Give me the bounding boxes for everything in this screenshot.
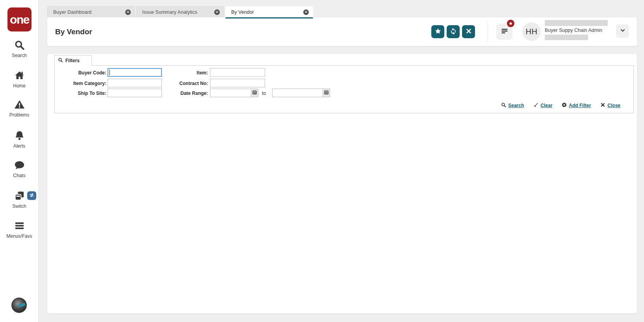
item-category-label: Item Category: (55, 81, 106, 86)
sidebar-item-label: Chats (0, 173, 39, 178)
search-icon (501, 102, 506, 109)
sidebar-item-label: Alerts (0, 143, 39, 149)
user-avatar[interactable]: HH (522, 22, 541, 41)
refresh-button[interactable] (447, 25, 460, 38)
tab-buyer-dashboard[interactable]: Buyer Dashboard ✕ (47, 6, 135, 17)
buyer-code-input[interactable] (108, 68, 162, 77)
chevron-down-icon (620, 28, 625, 35)
sidebar-item-search[interactable]: Search (0, 40, 39, 58)
sidebar-item-chats[interactable]: Chats (0, 160, 39, 178)
redacted-user-detail (545, 35, 588, 40)
header-divider (488, 22, 488, 42)
sidebar-item-alerts[interactable]: Alerts (0, 130, 39, 149)
sidebar-item-label: Menus/Favs (0, 233, 39, 239)
redacted-user-name (545, 20, 608, 26)
bold-x-icon (600, 102, 605, 109)
sidebar-item-menus-favs[interactable]: Menus/Favs (0, 220, 39, 239)
one-network-logo[interactable]: one (7, 7, 32, 31)
user-initials: HH (526, 27, 538, 36)
filters-panel-tab[interactable]: Filters (54, 55, 92, 66)
chat-bubble-icon (14, 165, 25, 172)
switch-windows-icon (14, 196, 25, 202)
close-icon (465, 28, 472, 36)
favorite-button[interactable] (431, 25, 444, 38)
search-icon (58, 57, 63, 64)
date-range-to-group (272, 89, 330, 97)
tab-label: Buyer Dashboard (53, 9, 125, 15)
item-category-input[interactable] (108, 79, 162, 87)
item-input[interactable] (210, 68, 265, 77)
tab-close-icon[interactable]: ✕ (125, 9, 131, 15)
favorites-badge[interactable] (507, 20, 514, 27)
date-range-to-input[interactable] (272, 89, 323, 97)
contract-no-label: Contract No: (157, 81, 208, 86)
calendar-icon (252, 89, 257, 96)
user-info: Buyer Suppy Chain Admin (545, 20, 608, 40)
tab-close-icon[interactable]: ✕ (214, 9, 220, 15)
calendar-picker-button[interactable] (323, 89, 330, 97)
tab-issue-summary-analytics[interactable]: Issue Summary Analytics ✕ (136, 6, 224, 17)
user-menu-button[interactable] (616, 24, 629, 38)
ship-to-site-input[interactable] (108, 89, 162, 97)
text-caret (109, 70, 110, 75)
star-icon (509, 20, 513, 27)
page-title: By Vendor (55, 17, 92, 46)
user-role: Buyer Suppy Chain Admin (545, 28, 608, 33)
menu-lines-icon (501, 27, 509, 37)
open-tabs-bar: Buyer Dashboard ✕ Issue Summary Analytic… (47, 6, 313, 19)
warning-triangle-icon (14, 104, 25, 111)
close-page-button[interactable] (462, 25, 475, 38)
assistant-visor (18, 303, 25, 307)
clear-link-label: Clear (540, 103, 552, 108)
search-icon (14, 45, 25, 52)
search-link-label: Search (508, 103, 524, 108)
switch-swap-badge[interactable] (27, 191, 36, 200)
calendar-icon (324, 89, 329, 96)
calendar-picker-button[interactable] (251, 89, 258, 97)
search-link[interactable]: Search (501, 102, 524, 109)
date-range-from-input[interactable] (210, 89, 251, 97)
home-icon (14, 75, 25, 82)
clear-link[interactable]: Clear (533, 102, 552, 109)
tab-label: Issue Summary Analytics (142, 9, 214, 15)
close-link-label: Close (607, 103, 620, 108)
add-filter-link[interactable]: Add Filter (562, 102, 591, 109)
sidebar-item-problems[interactable]: Problems (0, 99, 39, 118)
item-label: Item: (157, 70, 208, 76)
refresh-icon (450, 28, 457, 36)
brush-clear-icon (533, 102, 538, 109)
ship-to-site-label: Ship To Site: (55, 91, 106, 96)
sidebar-item-label: Search (0, 53, 39, 58)
tab-label: By Vendor (231, 9, 303, 15)
plus-circle-icon (562, 102, 567, 109)
date-range-to-text: to (262, 91, 266, 96)
sidebar-item-label: Switch (0, 204, 39, 209)
hamburger-icon (14, 226, 25, 232)
page-header: By Vendor (47, 17, 637, 46)
date-range-from-group (210, 89, 258, 97)
sidebar-item-label: Home (0, 83, 39, 89)
filter-actions: Search Clear Add Filter Close (501, 102, 620, 109)
content-panel: Filters Buyer Code: Item Category: Ship … (47, 54, 637, 313)
date-range-label: Date Range: (157, 91, 208, 96)
star-icon (434, 28, 442, 36)
add-filter-link-label: Add Filter (569, 103, 591, 108)
tab-by-vendor[interactable]: By Vendor ✕ (225, 6, 313, 19)
bell-icon (14, 135, 25, 142)
tab-close-icon[interactable]: ✕ (303, 9, 309, 15)
header-action-buttons (431, 25, 475, 38)
sidebar-item-label: Problems (0, 112, 39, 118)
app-root: one Search Home Problems Alerts (0, 0, 644, 322)
sidebar-item-home[interactable]: Home (0, 70, 39, 89)
swap-arrows-icon (29, 192, 35, 200)
ai-assistant-avatar[interactable] (11, 298, 27, 313)
buyer-code-label: Buyer Code: (55, 70, 106, 76)
sidebar: one Search Home Problems Alerts (0, 0, 39, 322)
close-filters-link[interactable]: Close (600, 102, 620, 109)
logo-text: one (10, 13, 29, 26)
contract-no-input[interactable] (210, 79, 265, 87)
filters-panel-title: Filters (65, 58, 80, 63)
